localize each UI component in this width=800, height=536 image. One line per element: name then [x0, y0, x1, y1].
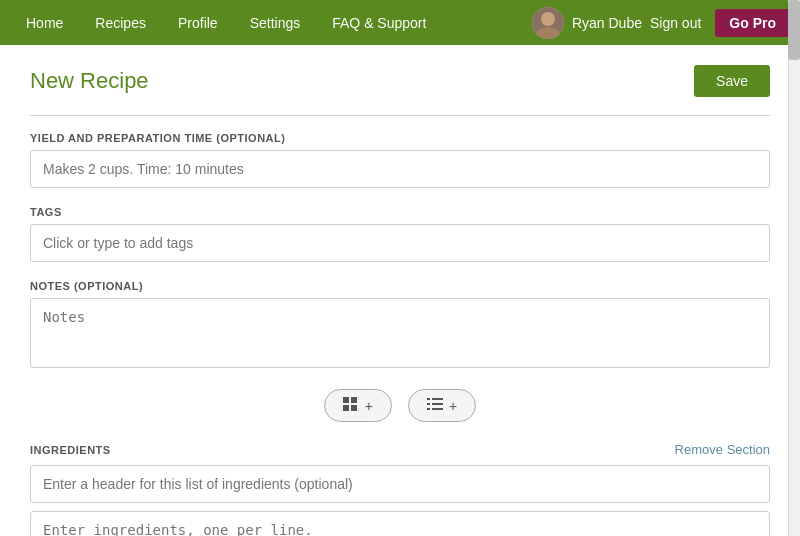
page-header: New Recipe Save [30, 65, 770, 97]
username: Ryan Dube [572, 15, 642, 31]
svg-rect-5 [343, 405, 349, 411]
sign-out-link[interactable]: Sign out [650, 15, 701, 31]
nav-recipes[interactable]: Recipes [79, 0, 162, 45]
nav-profile[interactable]: Profile [162, 0, 234, 45]
tags-input[interactable] [30, 224, 770, 262]
svg-rect-7 [427, 398, 430, 400]
svg-rect-10 [432, 403, 443, 405]
ingredients-items-input[interactable] [30, 511, 770, 536]
ingredients-section: INGREDIENTS Remove Section [30, 442, 770, 536]
add-list-button[interactable]: + [408, 389, 476, 422]
navbar: Home Recipes Profile Settings FAQ & Supp… [0, 0, 800, 45]
add-section-button[interactable]: + [324, 389, 392, 422]
list-icon [427, 397, 443, 414]
notes-label: NOTES (OPTIONAL) [30, 280, 770, 292]
nav-home[interactable]: Home [10, 0, 79, 45]
yield-label: YIELD AND PREPARATION TIME (OPTIONAL) [30, 132, 770, 144]
add-section-label: + [365, 398, 373, 414]
add-list-label: + [449, 398, 457, 414]
save-button[interactable]: Save [694, 65, 770, 97]
divider [30, 115, 770, 116]
notes-input[interactable] [30, 298, 770, 368]
remove-section-link[interactable]: Remove Section [675, 442, 770, 457]
ingredients-header: INGREDIENTS Remove Section [30, 442, 770, 457]
tags-label: TAGS [30, 206, 770, 218]
main-content: New Recipe Save YIELD AND PREPARATION TI… [0, 45, 800, 536]
svg-rect-8 [432, 398, 443, 400]
add-buttons-row: + + [30, 389, 770, 422]
svg-rect-12 [432, 408, 443, 410]
page-title: New Recipe [30, 68, 149, 94]
section-icon [343, 397, 359, 414]
go-pro-button[interactable]: Go Pro [715, 9, 790, 37]
nav-faq[interactable]: FAQ & Support [316, 0, 442, 45]
svg-rect-3 [343, 397, 349, 403]
ingredients-header-input[interactable] [30, 465, 770, 503]
avatar [532, 7, 564, 39]
yield-section: YIELD AND PREPARATION TIME (OPTIONAL) [30, 132, 770, 188]
yield-input[interactable] [30, 150, 770, 188]
svg-rect-11 [427, 408, 430, 410]
svg-rect-4 [351, 397, 357, 403]
scrollbar-thumb[interactable] [788, 0, 800, 60]
nav-links: Home Recipes Profile Settings FAQ & Supp… [10, 0, 532, 45]
scrollbar-track[interactable] [788, 0, 800, 536]
tags-section: TAGS [30, 206, 770, 262]
notes-section: NOTES (OPTIONAL) [30, 280, 770, 371]
svg-point-1 [541, 12, 555, 26]
svg-rect-6 [351, 405, 357, 411]
ingredients-label: INGREDIENTS [30, 444, 111, 456]
nav-settings[interactable]: Settings [234, 0, 317, 45]
svg-rect-9 [427, 403, 430, 405]
nav-right: Ryan Dube Sign out Go Pro [532, 7, 790, 39]
